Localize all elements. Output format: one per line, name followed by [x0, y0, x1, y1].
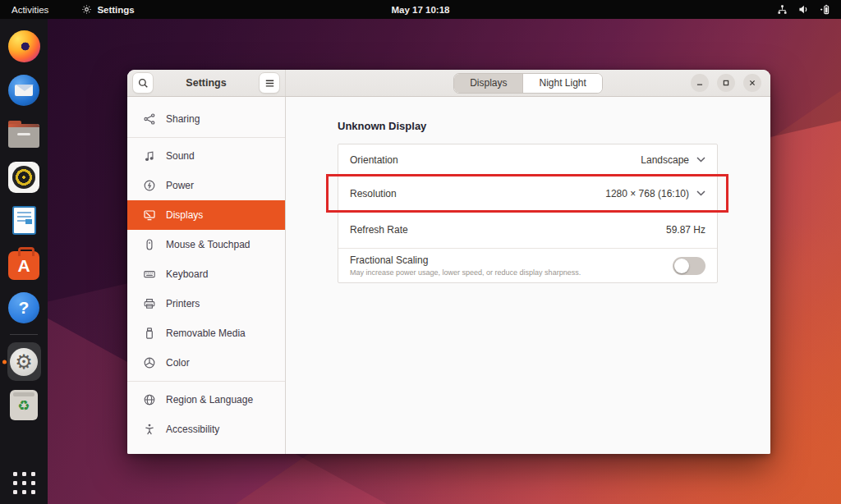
- fractional-scaling-label: Fractional Scaling: [350, 254, 581, 266]
- sidebar-label: Region & Language: [166, 394, 253, 405]
- power-icon: [143, 179, 156, 192]
- rhythmbox-icon: [8, 162, 39, 193]
- keyboard-icon: [143, 268, 156, 281]
- ubuntu-software-icon: A: [8, 251, 39, 280]
- displays-panel: Unknown Display Orientation Landscape Re…: [286, 97, 770, 454]
- resolution-label: Resolution: [350, 188, 397, 199]
- sidebar-label: Removable Media: [166, 328, 246, 339]
- sidebar-item-keyboard[interactable]: Keyboard: [127, 259, 285, 289]
- displays-icon: [143, 208, 156, 222]
- users-icon: [143, 452, 156, 454]
- search-button[interactable]: [132, 72, 154, 94]
- files-icon: [8, 124, 39, 148]
- window-controls: [691, 74, 761, 92]
- maximize-icon: [720, 77, 732, 89]
- sidebar-item-mouse-touchpad[interactable]: Mouse & Touchpad: [127, 230, 285, 259]
- desktop: Activities Settings May 17 10:18 A ? ⚙ ♻: [0, 0, 841, 504]
- maximize-button[interactable]: [717, 74, 735, 92]
- help-icon: ?: [8, 292, 39, 323]
- display-settings-list: Orientation Landscape Resolution 1280 × …: [338, 144, 718, 283]
- settings-window: Settings Displays Night Light: [127, 70, 770, 454]
- sidebar-separator: [127, 137, 285, 138]
- volume-icon: [797, 3, 810, 16]
- removable-media-icon: [143, 327, 156, 340]
- sidebar-label: Sound: [166, 150, 195, 162]
- sidebar-label: Color: [166, 357, 190, 369]
- chevron-down-icon: [696, 157, 705, 163]
- orientation-value: Landscape: [641, 154, 689, 166]
- sidebar-item-sharing[interactable]: Sharing: [127, 104, 285, 134]
- accessibility-icon: [143, 423, 156, 436]
- running-indicator-dot: [2, 360, 7, 364]
- trash-icon: ♻: [10, 390, 38, 420]
- window-body: Sharing Sound Power Displays Mouse: [127, 97, 770, 454]
- refresh-rate-label: Refresh Rate: [350, 224, 408, 236]
- fractional-scaling-subtitle: May increase power usage, lower speed, o…: [350, 268, 581, 277]
- chevron-down-icon: [696, 190, 705, 196]
- dock-item-ubuntu-software[interactable]: A: [7, 247, 41, 281]
- dock-item-trash[interactable]: ♻: [7, 388, 41, 422]
- sidebar-item-displays[interactable]: Displays: [127, 200, 285, 230]
- sidebar-label: Users: [166, 453, 191, 454]
- dock-item-libreoffice-writer[interactable]: [7, 204, 41, 237]
- menu-button[interactable]: [259, 72, 280, 94]
- dock: A ? ⚙ ♻: [0, 19, 48, 504]
- dock-item-help[interactable]: ?: [7, 291, 41, 324]
- minimize-button[interactable]: [691, 74, 709, 92]
- network-icon: [776, 3, 788, 16]
- dock-item-thunderbird[interactable]: [7, 73, 41, 107]
- dock-item-rhythmbox[interactable]: [7, 160, 41, 194]
- sidebar-label: Keyboard: [166, 268, 208, 280]
- sidebar-item-region-language[interactable]: Region & Language: [127, 385, 285, 415]
- hamburger-icon: [264, 77, 276, 89]
- close-icon: [747, 77, 758, 89]
- fractional-scaling-toggle[interactable]: [673, 257, 705, 275]
- gear-icon: [81, 4, 92, 15]
- tab-displays[interactable]: Displays: [454, 74, 522, 93]
- system-status-area[interactable]: [776, 3, 831, 16]
- close-button[interactable]: [743, 74, 761, 92]
- sidebar-item-users[interactable]: Users: [127, 444, 285, 454]
- headerbar-main-section: Displays Night Light: [286, 70, 770, 96]
- dock-item-files[interactable]: [7, 117, 41, 150]
- mouse-icon: [143, 238, 156, 251]
- resolution-row[interactable]: Resolution 1280 × 768 (16:10): [338, 175, 717, 211]
- view-switcher: Displays Night Light: [453, 73, 603, 94]
- sidebar-item-printers[interactable]: Printers: [127, 289, 285, 318]
- show-applications-button[interactable]: [13, 472, 35, 494]
- focused-app-label: Settings: [97, 5, 134, 15]
- libreoffice-writer-icon: [12, 206, 36, 235]
- orientation-row[interactable]: Orientation Landscape: [338, 144, 717, 175]
- focused-app-menu[interactable]: Settings: [81, 4, 134, 15]
- search-icon: [137, 77, 149, 89]
- activities-button[interactable]: Activities: [11, 5, 48, 15]
- dock-separator: [10, 334, 38, 335]
- sharing-icon: [143, 112, 156, 126]
- sidebar-label: Power: [166, 180, 194, 191]
- sidebar-item-color[interactable]: Color: [127, 348, 285, 378]
- refresh-rate-value: 59.87 Hz: [666, 224, 705, 236]
- dock-item-settings[interactable]: ⚙: [7, 345, 41, 378]
- thunderbird-icon: [8, 75, 39, 106]
- fractional-scaling-row: Fractional Scaling May increase power us…: [338, 248, 717, 282]
- sidebar-item-power[interactable]: Power: [127, 171, 285, 200]
- globe-icon: [143, 393, 156, 406]
- sidebar-label: Accessibility: [166, 424, 219, 435]
- sidebar-label: Sharing: [166, 113, 200, 125]
- dock-item-firefox[interactable]: [7, 30, 41, 63]
- sidebar: Sharing Sound Power Displays Mouse: [127, 97, 286, 454]
- sidebar-item-accessibility[interactable]: Accessibility: [127, 415, 285, 444]
- orientation-label: Orientation: [350, 154, 398, 166]
- tab-night-light[interactable]: Night Light: [522, 74, 601, 93]
- minimize-icon: [694, 77, 705, 89]
- sidebar-item-removable-media[interactable]: Removable Media: [127, 318, 285, 348]
- headerbar-sidebar-section: Settings: [127, 70, 286, 96]
- settings-icon: ⚙: [7, 342, 41, 381]
- sidebar-item-sound[interactable]: Sound: [127, 141, 285, 171]
- clock[interactable]: May 17 10:18: [392, 5, 450, 15]
- printer-icon: [143, 297, 156, 310]
- sidebar-label: Mouse & Touchpad: [166, 239, 250, 250]
- resolution-value: 1280 × 768 (16:10): [605, 188, 689, 199]
- window-title: Settings: [186, 77, 226, 89]
- battery-icon: [819, 3, 831, 16]
